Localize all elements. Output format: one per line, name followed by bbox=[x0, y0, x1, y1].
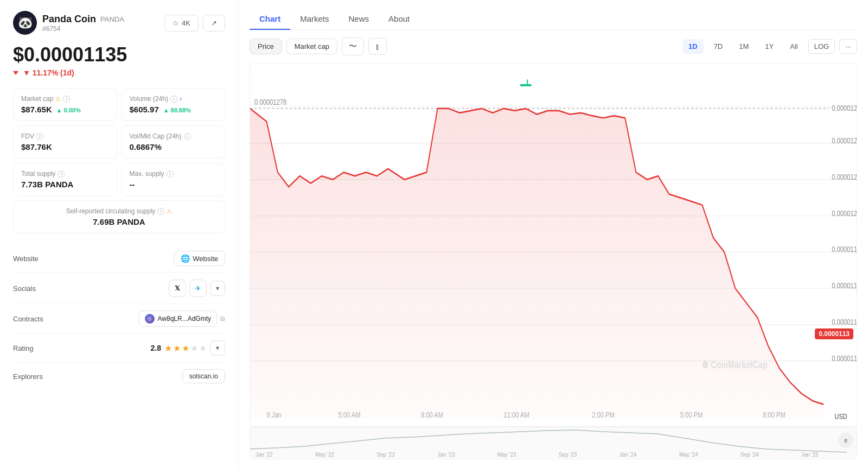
svg-text:0.0000128: 0.0000128 bbox=[832, 103, 857, 112]
market-cap-type-button[interactable]: Market cap bbox=[286, 39, 337, 54]
vol-mkt-card: Vol/Mkt Cap (24h) i 0.6867% bbox=[122, 125, 226, 159]
tab-markets[interactable]: Markets bbox=[290, 9, 339, 30]
market-cap-value: $87.65K ▲ 0.00% bbox=[21, 105, 109, 114]
right-panel: Chart Markets News About Price Market ca… bbox=[239, 0, 868, 468]
fdv-label: FDV i bbox=[21, 132, 109, 140]
explorers-value: solscan.io bbox=[182, 369, 225, 383]
circulating-supply-card: Self-reported circulating supply i ⚠ 7.6… bbox=[13, 200, 225, 233]
star-1: ★ bbox=[164, 343, 172, 353]
vol-mkt-info-icon[interactable]: i bbox=[184, 133, 191, 140]
tab-chart[interactable]: Chart bbox=[250, 9, 290, 30]
volume-info-icon[interactable]: i bbox=[170, 96, 177, 103]
more-button[interactable]: ··· bbox=[839, 39, 857, 54]
coin-name: Panda Coin PANDA bbox=[42, 14, 124, 25]
svg-text:9 Jan: 9 Jan bbox=[266, 410, 281, 419]
max-supply-info-icon[interactable]: i bbox=[167, 170, 174, 178]
line-chart-button[interactable]: 〜 bbox=[342, 37, 364, 55]
star-2: ★ bbox=[173, 343, 181, 353]
website-row: Website 🌐 Website bbox=[13, 244, 225, 273]
svg-text:⊕ CoinMarketCap: ⊕ CoinMarketCap bbox=[702, 359, 767, 370]
chart-wrapper: 0.00001278 bbox=[250, 63, 857, 427]
svg-text:0.0000110: 0.0000110 bbox=[832, 353, 857, 363]
svg-text:0.0000113: 0.0000113 bbox=[832, 317, 857, 326]
rating-number: 2.8 bbox=[151, 344, 161, 352]
market-cap-label: Market cap ⚠ i bbox=[21, 95, 109, 103]
tabs-nav: Chart Markets News About bbox=[250, 9, 857, 30]
share-icon: ↗ bbox=[211, 19, 217, 27]
stats-grid: Market cap ⚠ i $87.65K ▲ 0.00% Volume (2… bbox=[13, 88, 225, 233]
website-label: Website bbox=[13, 255, 39, 263]
svg-text:2:00 PM: 2:00 PM bbox=[592, 410, 615, 419]
globe-icon: 🌐 bbox=[181, 254, 190, 263]
price-display: $0.00001135 bbox=[13, 43, 225, 66]
socials-row: Socials 𝕏 ✈ ▾ bbox=[13, 273, 225, 304]
pause-button[interactable]: ⏸ bbox=[838, 433, 853, 448]
coin-identity: 🐼 Panda Coin PANDA #6754 bbox=[13, 11, 124, 35]
1d-button[interactable]: 1D bbox=[682, 39, 704, 54]
total-supply-value: 7.73B PANDA bbox=[21, 180, 109, 189]
star-3: ★ bbox=[182, 343, 189, 353]
total-supply-info-icon[interactable]: i bbox=[58, 170, 65, 178]
tab-about[interactable]: About bbox=[379, 9, 419, 30]
socials-label: Socials bbox=[13, 284, 36, 293]
coin-name-block: Panda Coin PANDA #6754 bbox=[42, 14, 124, 33]
market-cap-info-icon[interactable]: i bbox=[63, 96, 70, 103]
star-5: ★ bbox=[199, 343, 207, 353]
rating-row: Rating 2.8 ★ ★ ★ ★ ★ ▾ bbox=[13, 334, 225, 363]
circulating-supply-value: 7.69B PANDA bbox=[21, 217, 217, 226]
explorers-row: Explorers solscan.io bbox=[13, 363, 225, 390]
current-price-label: 0.0000113 bbox=[815, 328, 853, 339]
fdv-value: $87.76K bbox=[21, 142, 109, 151]
log-button[interactable]: LOG bbox=[808, 39, 835, 54]
vol-mkt-value: 0.6867% bbox=[130, 142, 218, 151]
contracts-value: ◎ Aw8qLR...AdGmty ⧉ bbox=[139, 311, 225, 327]
mini-chart: Jan '22 May '22 Sep '22 Jan '23 May '23 … bbox=[250, 427, 857, 459]
svg-text:5:00 AM: 5:00 AM bbox=[339, 410, 361, 419]
coin-header: 🐼 Panda Coin PANDA #6754 ☆ 4K ↗ bbox=[13, 11, 225, 35]
tab-news[interactable]: News bbox=[339, 9, 379, 30]
fdv-info-icon[interactable]: i bbox=[36, 133, 43, 140]
website-button[interactable]: 🌐 Website bbox=[174, 251, 225, 266]
all-button[interactable]: All bbox=[784, 39, 803, 54]
watchlist-button[interactable]: ☆ 4K bbox=[164, 15, 199, 31]
price-change: ▼ 11.17% (1d) bbox=[13, 68, 225, 77]
1y-button[interactable]: 1Y bbox=[759, 39, 780, 54]
volume-expand[interactable]: › bbox=[180, 95, 182, 103]
svg-text:8:00 PM: 8:00 PM bbox=[763, 410, 786, 419]
chart-controls: Price Market cap 〜 ⫿ 1D 7D 1M 1Y All LOG… bbox=[250, 37, 857, 55]
candle-chart-button[interactable]: ⫿ bbox=[368, 38, 387, 55]
contracts-label: Contracts bbox=[13, 315, 43, 323]
mini-x-labels: Jan '22 May '22 Sep '22 Jan '23 May '23 … bbox=[250, 452, 824, 458]
price-down-arrow bbox=[13, 71, 18, 75]
max-supply-value: -- bbox=[130, 180, 218, 189]
coin-ticker: PANDA bbox=[100, 15, 124, 23]
rating-dropdown-button[interactable]: ▾ bbox=[210, 340, 225, 356]
circulating-info-icon[interactable]: i bbox=[157, 208, 164, 215]
svg-text:8:00 AM: 8:00 AM bbox=[421, 410, 443, 419]
x-social-button[interactable]: 𝕏 bbox=[169, 280, 186, 297]
1m-button[interactable]: 1M bbox=[733, 39, 755, 54]
7d-button[interactable]: 7D bbox=[708, 39, 729, 54]
svg-text:0.0000125: 0.0000125 bbox=[832, 136, 857, 145]
telegram-button[interactable]: ✈ bbox=[189, 280, 207, 297]
contract-address-button[interactable]: ◎ Aw8qLR...AdGmty bbox=[139, 311, 217, 327]
socials-value: 𝕏 ✈ ▾ bbox=[169, 280, 225, 297]
contract-logo: ◎ bbox=[145, 314, 155, 324]
rating-label: Rating bbox=[13, 344, 34, 352]
rating-value-row: 2.8 ★ ★ ★ ★ ★ ▾ bbox=[151, 340, 225, 356]
candle-icon: ⫿ bbox=[375, 42, 380, 51]
socials-dropdown-button[interactable]: ▾ bbox=[210, 281, 225, 296]
circulating-supply-label: Self-reported circulating supply i ⚠ bbox=[21, 207, 217, 215]
svg-text:0.0000118: 0.0000118 bbox=[832, 245, 857, 254]
vol-mkt-label: Vol/Mkt Cap (24h) i bbox=[130, 132, 218, 140]
line-icon: 〜 bbox=[349, 41, 357, 52]
share-button[interactable]: ↗ bbox=[203, 15, 225, 31]
volume-label: Volume (24h) i › bbox=[130, 95, 218, 103]
star-4: ★ bbox=[190, 343, 198, 353]
explorer-button[interactable]: solscan.io bbox=[182, 369, 225, 383]
warning-icon: ⚠ bbox=[55, 96, 61, 103]
volume-card: Volume (24h) i › $605.97 ▲ 88.88% bbox=[122, 88, 226, 121]
copy-icon[interactable]: ⧉ bbox=[220, 315, 225, 322]
fdv-card: FDV i $87.76K bbox=[13, 125, 117, 159]
price-type-button[interactable]: Price bbox=[250, 39, 282, 54]
